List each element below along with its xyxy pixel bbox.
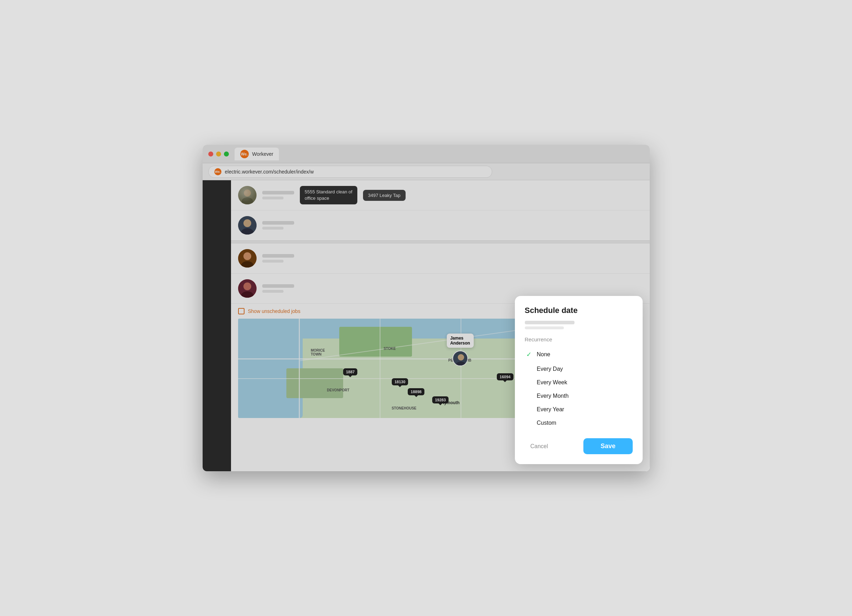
worker-list-2 [231, 243, 650, 304]
map-avatar-pin-james[interactable]: JamesAnderson [452, 350, 468, 366]
traffic-lights [208, 151, 229, 157]
map-pin-18898[interactable]: 18898 [408, 388, 424, 395]
map-label-stonehouse: STONEHOUSE [392, 406, 417, 410]
url-favicon: We. [215, 168, 221, 175]
url-text: electric.workever.com/scheduler/index/w [225, 169, 314, 175]
road-v2 [380, 319, 381, 418]
recurrence-option-label: Every Month [537, 393, 569, 399]
modal-date-bar [525, 321, 574, 324]
modal-title: Schedule date [525, 306, 633, 315]
url-bar[interactable]: We. electric.workever.com/scheduler/inde… [208, 166, 492, 178]
task-location: 3497 Leaky Tap [363, 190, 406, 201]
section-divider [231, 241, 650, 243]
worker-row: 5555 Standard clean ofoffice space 3497 … [231, 180, 650, 210]
map-pin-16094[interactable]: 16094 [497, 373, 514, 380]
browser-window: We. Workever We. electric.workever.com/s… [202, 145, 650, 471]
browser-tab[interactable]: We. Workever [234, 148, 279, 160]
svg-point-1 [242, 197, 253, 204]
address-bar: We. electric.workever.com/scheduler/inde… [202, 163, 650, 180]
park-2 [286, 368, 343, 398]
svg-point-3 [243, 219, 251, 227]
worker-sub-bar [262, 196, 284, 199]
modal-actions: Cancel Save [525, 438, 633, 454]
road-v1 [299, 319, 300, 418]
park-1 [339, 327, 412, 356]
recurrence-option-custom[interactable]: Custom [525, 416, 633, 430]
avatar [238, 216, 257, 234]
close-button[interactable] [208, 151, 213, 157]
svg-point-6 [243, 252, 251, 260]
recurrence-option-every-week[interactable]: Every Week [525, 376, 633, 389]
check-icon: ✓ [525, 350, 533, 359]
recurrence-option-every-year[interactable]: Every Year [525, 403, 633, 416]
worker-row [231, 210, 650, 241]
svg-point-9 [243, 282, 251, 290]
map-pin-1887[interactable]: 1887 [343, 368, 357, 375]
map-avatar-circle [452, 350, 468, 366]
worker-sub-bar [262, 227, 284, 229]
worker-info [262, 284, 294, 293]
recurrence-option-label: Every Week [537, 379, 567, 386]
worker-list: 5555 Standard clean ofoffice space 3497 … [231, 180, 650, 241]
checkbox-label: Show unscheduled jobs [248, 308, 301, 314]
cancel-button[interactable]: Cancel [525, 439, 554, 453]
recurrence-list: ✓ None Every Day Every Week Every Month … [525, 347, 633, 430]
tab-favicon: We. [240, 150, 249, 158]
map-tooltip: JamesAnderson [447, 334, 474, 348]
recurrence-option-every-month[interactable]: Every Month [525, 389, 633, 403]
worker-info [262, 191, 294, 199]
recurrence-option-none[interactable]: ✓ None [525, 347, 633, 362]
title-bar: We. Workever [202, 145, 650, 163]
map-pin-19283[interactable]: 19283 [432, 396, 449, 403]
worker-row [231, 243, 650, 273]
svg-point-0 [244, 189, 251, 196]
unscheduled-jobs-checkbox[interactable] [238, 308, 245, 314]
worker-info [262, 221, 294, 229]
recurrence-label: Recurrence [525, 337, 633, 343]
maximize-button[interactable] [224, 151, 229, 157]
recurrence-option-label: None [537, 351, 550, 358]
svg-point-12 [458, 354, 464, 361]
modal-sub-bar [525, 326, 564, 329]
schedule-date-modal: Schedule date Recurrence ✓ None Every Da… [515, 296, 643, 464]
map-label-devonport: DEVONPORT [327, 388, 349, 392]
worker-sub-bar [262, 290, 284, 293]
save-button[interactable]: Save [583, 438, 632, 454]
avatar [238, 186, 257, 204]
sidebar [202, 180, 231, 471]
worker-name-bar [262, 221, 294, 225]
recurrence-option-label: Every Day [537, 366, 563, 372]
map-label-moricetown: MORICETOWN [311, 349, 325, 356]
map-label-stoke: STOKE [384, 347, 396, 350]
recurrence-option-label: Every Year [537, 406, 564, 413]
worker-info [262, 254, 294, 263]
tab-title: Workever [252, 151, 273, 157]
map-pin-18130[interactable]: 18130 [392, 378, 408, 385]
avatar [238, 249, 257, 267]
minimize-button[interactable] [216, 151, 221, 157]
worker-sub-bar [262, 260, 284, 263]
worker-name-bar [262, 254, 294, 258]
task-pill: 5555 Standard clean ofoffice space [300, 186, 357, 204]
recurrence-option-label: Custom [537, 420, 556, 426]
worker-name-bar [262, 191, 294, 195]
worker-name-bar [262, 284, 294, 288]
avatar [238, 279, 257, 298]
recurrence-option-every-day[interactable]: Every Day [525, 362, 633, 376]
